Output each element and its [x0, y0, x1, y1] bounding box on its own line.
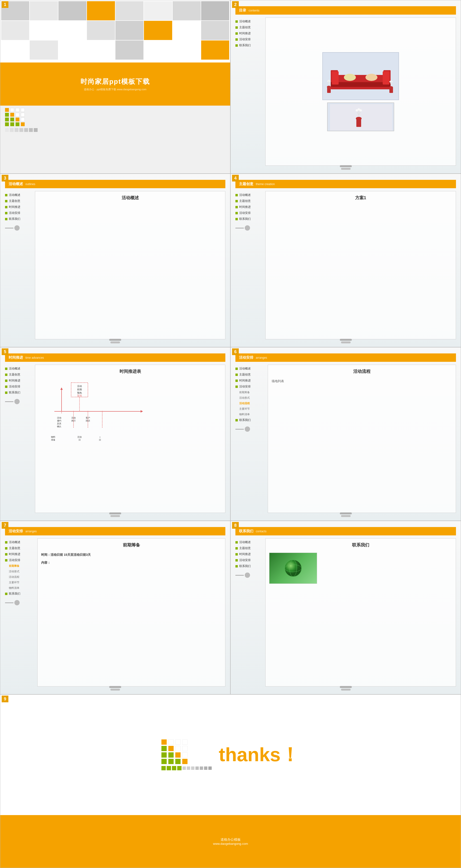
- slide7-header-cn: 活动安排: [9, 529, 23, 533]
- slide7-layout: 活动概述 主题创意 时间推进 活动安排 前期筹备 活动形式 活动流程 主要环节 …: [0, 535, 230, 689]
- slide4-menu: 活动概述 主题创意 时间推进 活动安排 联系我们: [236, 191, 262, 339]
- slide1-title: 时尚家居ppt模板下载: [81, 77, 150, 86]
- green-dot: [236, 44, 238, 47]
- sofa-image-container: [322, 52, 399, 100]
- connector: [236, 572, 262, 578]
- scroll-deco: [109, 686, 121, 690]
- svg-point-33: [360, 109, 362, 112]
- slide-number-2: 2: [232, 1, 239, 8]
- slide5-content: 时间推进表 活动 前期 预热 宣传: [35, 365, 225, 513]
- s5-menu-5: 联系我们: [5, 391, 31, 395]
- svg-text:及其: 及其: [57, 423, 61, 425]
- thanks-text-area: thanks ！: [219, 742, 300, 768]
- s4-menu-4: 活动安排: [236, 211, 262, 215]
- slide-grid: 1: [0, 0, 461, 868]
- thanks-content: thanks ！: [161, 739, 300, 770]
- slide3-header-cn: 活动概述: [9, 182, 23, 186]
- svg-text:确认: 确认: [57, 425, 61, 428]
- s7-sub-1: 前期筹备: [5, 564, 34, 568]
- s7-sub-3: 活动流程: [5, 575, 34, 579]
- s4-menu-1: 活动概述: [236, 193, 262, 197]
- slide6-menu: 活动概述 主题创意 时间推进 活动安排 前期筹备 活动形式 活动流程 主要环节 …: [236, 365, 264, 513]
- svg-text:预热: 预热: [77, 392, 82, 394]
- connector: [5, 600, 34, 605]
- svg-text:＋: ＋: [99, 436, 101, 438]
- svg-text:活动: 活动: [78, 436, 82, 438]
- slide-9: 9: [0, 694, 461, 868]
- svg-point-7: [344, 74, 356, 81]
- slide6-section-title: 活动流程: [272, 369, 452, 374]
- s6-menu-2: 主题创意: [236, 373, 264, 377]
- slide2-header-cn: 目录: [239, 8, 246, 13]
- s8-menu-5: 联系我们: [236, 564, 262, 568]
- svg-text:活动: 活动: [57, 416, 61, 419]
- green-dot: [236, 32, 238, 35]
- svg-text:前期: 前期: [77, 388, 82, 391]
- slide-5: 5 时间推进 time advances 活动概述 主题创意 时间推进 活动安排: [0, 347, 230, 521]
- svg-point-16: [329, 81, 331, 82]
- globe-svg: [283, 559, 303, 578]
- svg-marker-43: [60, 388, 63, 390]
- s7-sub-4: 主要环节: [5, 581, 34, 584]
- thanks-exclaim: ！: [280, 742, 300, 768]
- slide4-layout: 活动概述 主题创意 时间推进 活动安排 联系我们: [230, 188, 461, 342]
- slide6-header: 活动安排 arranges: [236, 353, 456, 362]
- s5-menu-4: 活动安排: [5, 384, 31, 389]
- slide8-menu: 活动概述 主题创意 时间推进 活动安排 联系我们: [236, 538, 262, 686]
- s6-menu-4: 活动安排: [236, 384, 264, 389]
- slide-6: 6 活动安排 arranges 活动概述 主题创意 时间推进 活动安排 前期筹备: [230, 347, 461, 521]
- s7-menu-3: 时间推进: [5, 552, 34, 556]
- slide8-layout: 活动概述 主题创意 时间推进 活动安排 联系我们: [230, 535, 461, 689]
- slide3-layout: 活动概述 主题创意 时间推进 活动安排 联系我们: [0, 188, 230, 342]
- slide4-header-cn: 主题创意: [239, 182, 253, 186]
- slide-1: 1: [0, 0, 230, 174]
- slide8-header-en: contacts: [256, 530, 267, 533]
- slide8-header-cn: 联系我们: [239, 529, 253, 533]
- slide2-header-en: contents: [249, 9, 259, 12]
- slide5-header-cn: 时间推进: [9, 355, 23, 360]
- slide5-menu: 活动概述 主题创意 时间推进 活动安排 联系我们: [5, 365, 31, 513]
- s4-menu-2: 主题创意: [236, 199, 262, 203]
- slide7-header: 活动安排 arranges: [5, 527, 225, 535]
- s6-sub-1: 前期筹备: [236, 391, 264, 394]
- gantt-chart: 活动 前期 预热 宣传 活动 邀约: [39, 379, 221, 456]
- slide5-header: 时间推进 time advances: [5, 353, 225, 362]
- slide7-menu: 活动概述 主题创意 时间推进 活动安排 前期筹备 活动形式 活动流程 主要环节 …: [5, 538, 34, 686]
- slide-2: 2 目录 contents 活动概述 主题创意 时间推进: [230, 0, 461, 174]
- slide7-content: 前期筹备 时间：活动日前 15天至活动日前3天 内容：: [37, 538, 225, 686]
- slide7-time-text: 时间：活动日前 15天至活动日前3天: [41, 553, 221, 557]
- slide2-menu: 活动概述 主题创意 时间推进 活动安排 联系我们: [236, 18, 262, 166]
- s3-menu-1: 活动概述: [5, 193, 31, 197]
- menu-item-2: 主题创意: [236, 25, 262, 29]
- svg-rect-5: [332, 71, 339, 85]
- decorative-squares: [5, 108, 38, 132]
- s8-menu-2: 主题创意: [236, 546, 262, 550]
- s3-menu-3: 时间推进: [5, 205, 31, 209]
- s7-menu-1: 活动概述: [5, 540, 34, 544]
- slide3-header: 活动概述 outlines: [5, 180, 225, 188]
- photo-grid: [0, 0, 230, 62]
- title-band: 时尚家居ppt模板下载 道格办公 · ppt模板免费下载 www.daogeba…: [0, 62, 230, 105]
- svg-point-18: [389, 86, 393, 89]
- slide-number-3: 3: [2, 175, 8, 182]
- thanks-squares-area: [161, 739, 212, 770]
- slide4-header-en: theme creation: [256, 182, 275, 186]
- slide8-section-title: 联系我们: [269, 542, 452, 548]
- green-dot: [236, 26, 238, 29]
- slide4-content: 方案1: [265, 191, 456, 339]
- slide-number-8: 8: [232, 522, 239, 529]
- s4-menu-5: 联系我们: [236, 217, 262, 221]
- svg-text:邀约: 邀约: [57, 420, 61, 422]
- gantt-svg: 活动 前期 预热 宣传 活动 邀约: [40, 380, 160, 452]
- s7-sub-5: 物料清单: [5, 586, 34, 590]
- scroll-deco: [109, 339, 121, 343]
- slide2-header: 目录 contents: [236, 6, 456, 14]
- svg-text:准备: 准备: [51, 439, 55, 441]
- s8-menu-1: 活动概述: [236, 540, 262, 544]
- slide-number-1: 1: [2, 1, 8, 8]
- scroll-deco: [109, 513, 121, 517]
- slide6-header-cn: 活动安排: [239, 355, 253, 360]
- slide-number-5: 5: [2, 348, 8, 355]
- connector: [5, 225, 31, 230]
- scroll-deco: [340, 339, 352, 343]
